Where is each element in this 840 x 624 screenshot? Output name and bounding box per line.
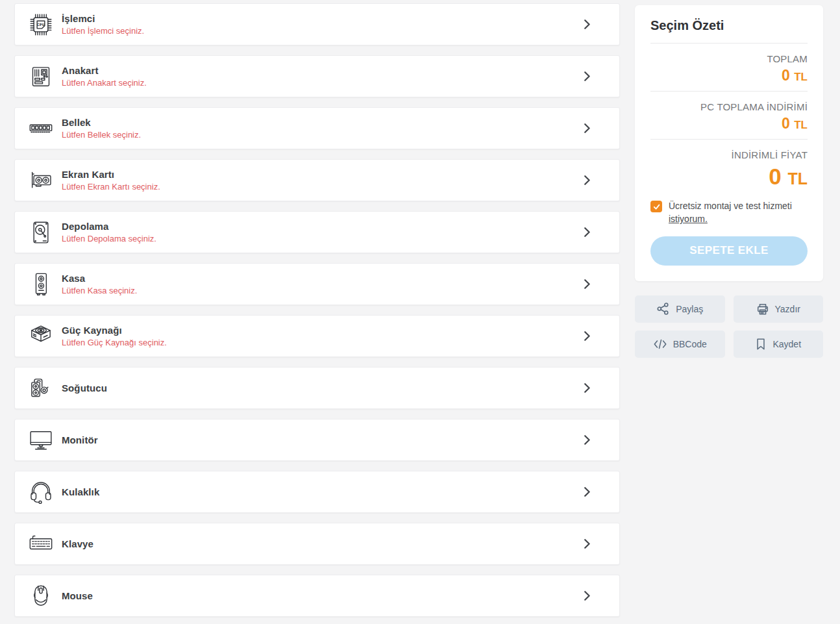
summary-label: PC TOPLAMA İNDİRİMİ: [650, 101, 808, 112]
gpu-icon: [28, 168, 54, 193]
chevron-right-icon: [584, 590, 591, 601]
component-row-10[interactable]: Klavye: [14, 523, 620, 565]
share-icon: [656, 302, 670, 316]
summary-row-discounted-price: İNDİRİMLİ FİYAT 0 TL: [650, 140, 808, 192]
chevron-right-icon: [584, 486, 591, 497]
summary-row-total: TOPLAM 0 TL: [650, 44, 808, 91]
component-hint: Lütfen Güç Kaynağı seçiniz.: [62, 338, 167, 347]
summary-value: 0 TL: [650, 116, 808, 131]
component-row-7[interactable]: Soğutucu: [14, 367, 620, 409]
component-title: İşlemci: [62, 13, 144, 24]
summary-card: Seçim Özeti TOPLAM 0 TL PC TOPLAMA İNDİR…: [635, 5, 823, 281]
monitor-icon: [28, 427, 54, 453]
component-hint: Lütfen Bellek seçiniz.: [62, 130, 141, 140]
checkmark-icon: [652, 203, 661, 211]
chevron-right-icon: [584, 434, 591, 445]
component-hint: Lütfen Kasa seçiniz.: [62, 286, 137, 295]
component-title: Kasa: [62, 273, 137, 284]
ram-icon: [28, 116, 54, 142]
actions-grid: PaylaşYazdırBBCodeKaydet: [635, 295, 823, 358]
summary-value: 0 TL: [650, 68, 808, 83]
action-button-paylaş[interactable]: Paylaş: [635, 295, 725, 323]
free-service-label: Ücretsiz montaj ve test hizmeti istiyoru…: [669, 199, 808, 226]
psu-icon: [28, 323, 54, 349]
component-title: Mouse: [62, 590, 93, 601]
bookmark-icon: [755, 338, 767, 351]
chevron-right-icon: [584, 538, 591, 549]
summary-sidebar: Seçim Özeti TOPLAM 0 TL PC TOPLAMA İNDİR…: [635, 5, 823, 624]
chevron-right-icon: [584, 382, 591, 393]
component-title: Soğutucu: [62, 382, 107, 393]
action-button-yazdır[interactable]: Yazdır: [734, 295, 824, 323]
add-to-cart-button[interactable]: SEPETE EKLE: [650, 236, 808, 266]
component-row-1[interactable]: Anakart Lütfen Anakart seçiniz.: [14, 55, 620, 97]
component-row-2[interactable]: Bellek Lütfen Bellek seçiniz.: [14, 107, 620, 149]
component-title: Depolama: [62, 221, 156, 232]
component-hint: Lütfen Ekran Kartı seçiniz.: [62, 182, 160, 192]
chevron-right-icon: [584, 227, 591, 238]
component-title: Bellek: [62, 117, 141, 128]
mouse-icon: [28, 583, 54, 609]
summary-label: TOPLAM: [650, 53, 808, 64]
code-icon: [653, 338, 667, 350]
free-service-checkbox[interactable]: [650, 201, 662, 212]
summary-title: Seçim Özeti: [650, 18, 808, 43]
action-button-label: Yazdır: [775, 304, 800, 314]
component-title: Ekran Kartı: [62, 169, 160, 180]
action-button-label: BBCode: [673, 339, 707, 349]
chevron-right-icon: [584, 279, 591, 290]
component-row-0[interactable]: CPU İşlemci Lütfen İşlemci seçiniz.: [14, 3, 620, 45]
component-hint: Lütfen Anakart seçiniz.: [62, 78, 147, 88]
summary-label: İNDİRİMLİ FİYAT: [650, 149, 808, 160]
free-service-link[interactable]: istiyorum.: [669, 214, 708, 224]
component-title: Kulaklık: [62, 486, 99, 497]
pc-builder-page: CPU İşlemci Lütfen İşlemci seçiniz. Anak…: [0, 0, 840, 624]
hdd-icon: [28, 219, 54, 245]
svg-text:CPU: CPU: [37, 23, 45, 27]
action-button-bbcode[interactable]: BBCode: [635, 331, 725, 358]
component-row-3[interactable]: Ekran Kartı Lütfen Ekran Kartı seçiniz.: [14, 159, 620, 201]
component-row-11[interactable]: Mouse: [14, 575, 620, 617]
cooler-icon: [28, 375, 54, 401]
component-row-9[interactable]: Kulaklık: [14, 471, 620, 513]
action-button-label: Paylaş: [676, 304, 703, 314]
component-row-6[interactable]: Güç Kaynağı Lütfen Güç Kaynağı seçiniz.: [14, 315, 620, 357]
cpu-icon: CPU: [28, 12, 54, 38]
chevron-right-icon: [584, 123, 591, 134]
case-icon: [28, 271, 54, 297]
chevron-right-icon: [584, 331, 591, 342]
component-hint: Lütfen İşlemci seçiniz.: [62, 26, 144, 36]
component-title: Klavye: [62, 538, 93, 549]
action-button-label: Kaydet: [772, 339, 801, 349]
summary-value: 0 TL: [650, 165, 808, 189]
action-button-kaydet[interactable]: Kaydet: [734, 331, 824, 358]
free-service-option: Ücretsiz montaj ve test hizmeti istiyoru…: [650, 199, 808, 226]
component-title: Güç Kaynağı: [62, 325, 167, 336]
summary-row-discount: PC TOPLAMA İNDİRİMİ 0 TL: [650, 92, 808, 139]
chevron-right-icon: [584, 71, 591, 82]
component-row-4[interactable]: Depolama Lütfen Depolama seçiniz.: [14, 211, 620, 253]
component-title: Monitör: [62, 434, 98, 445]
component-list: CPU İşlemci Lütfen İşlemci seçiniz. Anak…: [14, 3, 620, 624]
component-title: Anakart: [62, 65, 147, 76]
component-row-5[interactable]: Kasa Lütfen Kasa seçiniz.: [14, 263, 620, 305]
keyboard-icon: [28, 531, 54, 557]
printer-icon: [756, 303, 769, 316]
component-row-8[interactable]: Monitör: [14, 419, 620, 461]
chevron-right-icon: [584, 175, 591, 186]
component-hint: Lütfen Depolama seçiniz.: [62, 234, 156, 243]
motherboard-icon: [28, 64, 54, 90]
headset-icon: [28, 479, 54, 505]
chevron-right-icon: [584, 19, 591, 30]
